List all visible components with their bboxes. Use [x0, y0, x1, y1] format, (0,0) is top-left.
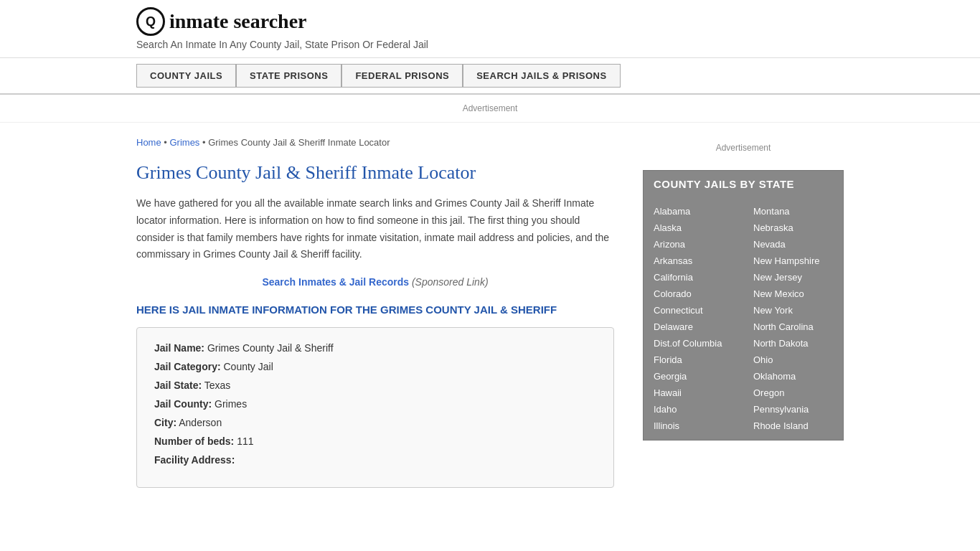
jail-state-value-text: Texas [204, 380, 231, 391]
state-box: COUNTY JAILS BY STATE AlabamaAlaskaArizo… [643, 170, 844, 441]
state-link-florida[interactable]: Florida [644, 352, 743, 368]
jail-name-value-text: Grimes County Jail & Sheriff [207, 342, 334, 354]
state-link-new-mexico[interactable]: New Mexico [743, 286, 843, 302]
sidebar: Advertisement COUNTY JAILS BY STATE Alab… [628, 123, 844, 502]
state-link-dist.of-columbia[interactable]: Dist.of Columbia [644, 335, 743, 352]
breadcrumb-current: Grimes County Jail & Sheriff Inmate Loca… [208, 137, 390, 148]
county-jails-nav[interactable]: COUNTY JAILS [136, 64, 236, 88]
state-link-new-york[interactable]: New York [743, 302, 843, 319]
state-link-georgia[interactable]: Georgia [644, 368, 743, 385]
tagline: Search An Inmate In Any County Jail, Sta… [136, 39, 844, 50]
breadcrumb-home[interactable]: Home [136, 137, 161, 148]
states-left-col: AlabamaAlaskaArizonaArkansasCaliforniaCo… [644, 203, 743, 434]
jail-county-row: Jail County: Grimes [154, 398, 596, 410]
jail-info-heading: HERE IS JAIL INMATE INFORMATION FOR THE … [136, 303, 614, 316]
state-columns: AlabamaAlaskaArizonaArkansasCaliforniaCo… [644, 197, 843, 440]
jail-category-label: Jail Category: [154, 361, 221, 372]
state-link-illinois[interactable]: Illinois [644, 418, 743, 434]
jail-city-row: City: Anderson [154, 417, 596, 428]
search-jails-nav[interactable]: SEARCH JAILS & PRISONS [463, 64, 620, 88]
state-link-alaska[interactable]: Alaska [644, 220, 743, 236]
state-link-delaware[interactable]: Delaware [644, 319, 743, 335]
state-link-nevada[interactable]: Nevada [743, 236, 843, 253]
jail-beds-row: Number of beds: 111 [154, 435, 596, 447]
state-link-arizona[interactable]: Arizona [644, 236, 743, 253]
nav-bar: COUNTY JAILS STATE PRISONS FEDERAL PRISO… [0, 58, 980, 95]
search-link-area: Search Inmates & Jail Records (Sponsored… [136, 276, 614, 288]
state-link-alabama[interactable]: Alabama [644, 203, 743, 220]
page-title: Grimes County Jail & Sheriff Inmate Loca… [136, 162, 614, 184]
jail-beds-value-text: 111 [237, 435, 253, 447]
jail-address-label: Facility Address: [154, 454, 235, 466]
state-link-colorado[interactable]: Colorado [644, 286, 743, 302]
state-link-arkansas[interactable]: Arkansas [644, 253, 743, 269]
description: We have gathered for you all the availab… [136, 195, 614, 263]
jail-county-value-text: Grimes [215, 398, 247, 410]
state-link-new-jersey[interactable]: New Jersey [743, 269, 843, 286]
sponsored-label: (Sponsored Link) [412, 276, 489, 288]
jail-city-label: City: [154, 417, 176, 428]
jail-name-row: Jail Name: Grimes County Jail & Sheriff [154, 342, 596, 354]
content-area: Home • Grimes • Grimes County Jail & She… [136, 123, 628, 502]
state-link-north-carolina[interactable]: North Carolina [743, 319, 843, 335]
state-link-rhode-island[interactable]: Rhode Island [743, 418, 843, 434]
main-layout: Home • Grimes • Grimes County Jail & She… [0, 123, 980, 502]
state-link-california[interactable]: California [644, 269, 743, 286]
state-link-pennsylvania[interactable]: Pennsylvania [743, 401, 843, 418]
state-link-oklahoma[interactable]: Oklahoma [743, 368, 843, 385]
jail-city-value-text: Anderson [179, 417, 222, 428]
logo-icon: Q [136, 7, 165, 36]
jail-beds-label: Number of beds: [154, 435, 234, 447]
header: Q inmate searcher Search An Inmate In An… [0, 0, 980, 58]
state-link-oregon[interactable]: Oregon [743, 385, 843, 401]
state-link-connecticut[interactable]: Connecticut [644, 302, 743, 319]
logo-area: Q inmate searcher [136, 7, 844, 36]
jail-category-row: Jail Category: County Jail [154, 361, 596, 372]
state-link-new-hampshire[interactable]: New Hampshire [743, 253, 843, 269]
logo-text: inmate searcher [169, 10, 307, 33]
state-link-north-dakota[interactable]: North Dakota [743, 335, 843, 352]
breadcrumb-grimes[interactable]: Grimes [169, 137, 199, 148]
state-link-ohio[interactable]: Ohio [743, 352, 843, 368]
ad-top: Advertisement [0, 95, 980, 123]
info-card: Jail Name: Grimes County Jail & Sheriff … [136, 327, 614, 488]
logo-inmate: inmate searcher [169, 10, 307, 32]
state-link-idaho[interactable]: Idaho [644, 401, 743, 418]
breadcrumb: Home • Grimes • Grimes County Jail & She… [136, 137, 614, 148]
jail-category-value-text: County Jail [223, 361, 273, 372]
jail-county-label: Jail County: [154, 398, 212, 410]
search-inmates-link[interactable]: Search Inmates & Jail Records [262, 276, 409, 288]
state-link-nebraska[interactable]: Nebraska [743, 220, 843, 236]
jail-address-row: Facility Address: [154, 454, 596, 466]
state-box-title: COUNTY JAILS BY STATE [644, 171, 843, 197]
state-link-hawaii[interactable]: Hawaii [644, 385, 743, 401]
states-right-col: MontanaNebraskaNevadaNew HampshireNew Je… [743, 203, 843, 434]
ad-sidebar: Advertisement [643, 137, 844, 159]
state-prisons-nav[interactable]: STATE PRISONS [236, 64, 341, 88]
jail-name-label: Jail Name: [154, 342, 204, 354]
jail-state-label: Jail State: [154, 380, 202, 391]
federal-prisons-nav[interactable]: FEDERAL PRISONS [341, 64, 463, 88]
state-link-montana[interactable]: Montana [743, 203, 843, 220]
jail-state-row: Jail State: Texas [154, 380, 596, 391]
